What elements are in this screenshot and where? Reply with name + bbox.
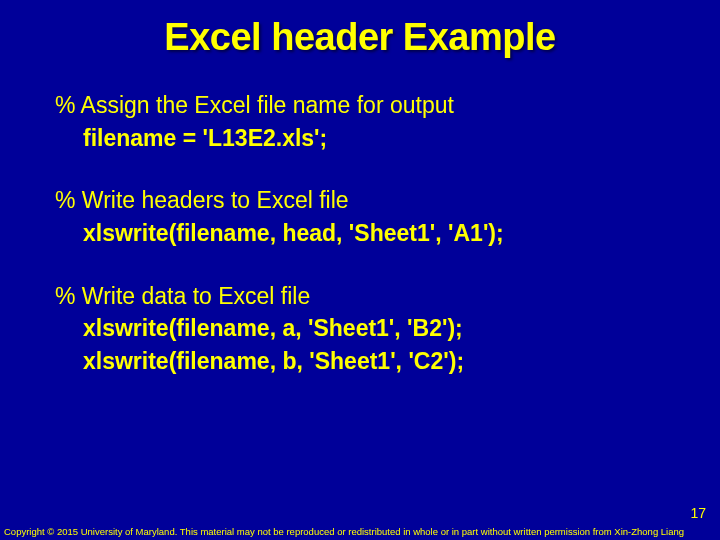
comment-line: % Write data to Excel file <box>55 280 690 313</box>
slide: Excel header Example % Assign the Excel … <box>0 0 720 540</box>
slide-content: % Assign the Excel file name for output … <box>0 89 720 378</box>
code-block-3: % Write data to Excel file xlswrite(file… <box>55 280 690 378</box>
code-block-1: % Assign the Excel file name for output … <box>55 89 690 154</box>
code-line: xlswrite(filename, head, 'Sheet1', 'A1')… <box>55 217 690 250</box>
comment-line: % Write headers to Excel file <box>55 184 690 217</box>
page-number: 17 <box>690 505 706 521</box>
copyright-text: Copyright © 2015 University of Maryland.… <box>4 526 716 537</box>
code-block-2: % Write headers to Excel file xlswrite(f… <box>55 184 690 249</box>
code-line: xlswrite(filename, a, 'Sheet1', 'B2'); <box>55 312 690 345</box>
slide-title: Excel header Example <box>0 0 720 89</box>
comment-line: % Assign the Excel file name for output <box>55 89 690 122</box>
code-line: filename = 'L13E2.xls'; <box>55 122 690 155</box>
code-line: xlswrite(filename, b, 'Sheet1', 'C2'); <box>55 345 690 378</box>
